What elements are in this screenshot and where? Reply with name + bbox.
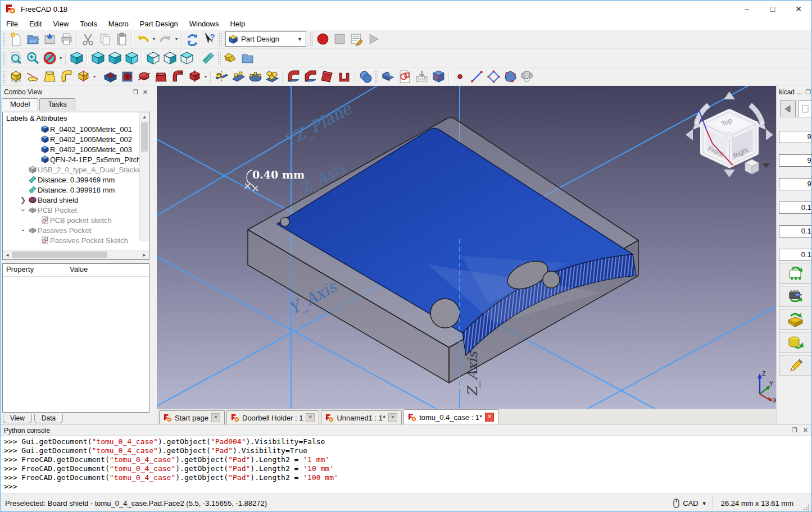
toolbar-grip[interactable] <box>3 52 6 65</box>
view-bottom-button[interactable] <box>161 50 178 67</box>
macro-record-button[interactable] <box>314 31 331 48</box>
tree-horizontal-scrollbar[interactable]: ◄ ► <box>3 250 149 259</box>
whats-this-button[interactable]: ? <box>201 31 217 48</box>
tree-item[interactable]: R_0402_1005Metric_001 <box>3 124 149 134</box>
menu-tools[interactable]: Tools <box>74 19 102 29</box>
model-tree[interactable]: Labels & Attributes R_0402_1005Metric_00… <box>2 112 149 260</box>
tree-item[interactable]: USB_2_0_type_A_Dual_Stacked_jac <box>3 164 149 175</box>
scroll-right-icon[interactable]: ► <box>140 253 149 258</box>
undo-dropdown[interactable]: ▾ <box>151 31 157 48</box>
menu-help[interactable]: Help <box>224 19 251 29</box>
macro-stop-button[interactable] <box>331 31 348 48</box>
view-top-button[interactable] <box>106 50 123 67</box>
hole-button[interactable] <box>119 68 135 85</box>
toolbar-grip[interactable] <box>219 33 222 46</box>
property-editor[interactable]: Property Value <box>2 263 149 413</box>
menu-part-design[interactable]: Part Design <box>134 19 184 29</box>
tree-item[interactable]: ⌄PCB Pocket <box>3 205 149 215</box>
create-sketch-button[interactable] <box>396 68 413 85</box>
document-tab[interactable]: Doorbell Holder : 1✕ <box>226 410 319 424</box>
toolbar-grip[interactable] <box>375 70 378 84</box>
datum-plane-button[interactable] <box>485 68 502 85</box>
close-tab-icon[interactable]: ✕ <box>211 413 220 422</box>
cut-button[interactable] <box>79 31 96 48</box>
kicad-value-field-3[interactable]: 90 <box>779 178 812 190</box>
kicad-value-field-2[interactable]: 90 <box>779 154 812 167</box>
additive-primitive-button[interactable] <box>75 68 92 85</box>
clone-button[interactable] <box>519 68 536 85</box>
polar-pattern-button[interactable] <box>247 68 264 85</box>
kicad-export-vrml-button[interactable] <box>779 332 812 353</box>
expander-expanded-icon[interactable]: ⌄ <box>19 225 28 233</box>
menu-view[interactable]: View <box>47 19 74 29</box>
kicad-value-field-6[interactable]: 0.10 <box>779 249 812 261</box>
revolution-button[interactable] <box>24 68 41 85</box>
tab-model[interactable]: Model <box>2 98 38 111</box>
navigation-style-selector[interactable]: CAD ▼ <box>668 499 712 508</box>
tree-vertical-scrollbar[interactable]: ▲ <box>139 112 149 241</box>
maximize-button[interactable]: □ <box>760 1 786 17</box>
map-sketch-button[interactable] <box>413 68 430 85</box>
document-tab[interactable]: Unnamed1 : 1*✕ <box>321 410 402 424</box>
subtractive-dropdown[interactable]: ▾ <box>203 68 208 85</box>
view-axonometric-button[interactable] <box>68 50 85 67</box>
datum-point-button[interactable] <box>451 68 468 85</box>
draft-button[interactable] <box>319 68 335 85</box>
part-utility-button[interactable] <box>222 50 239 67</box>
menu-edit[interactable]: Edit <box>24 19 47 29</box>
tree-item[interactable]: QFN-24-1EP_5x5mm_Pitch0.65 <box>3 154 149 164</box>
tree-item[interactable]: Passives Pocket Sketch <box>3 235 149 245</box>
zoom-button[interactable] <box>24 50 41 67</box>
chamfer-button[interactable] <box>302 68 319 85</box>
new-document-button[interactable] <box>7 31 24 48</box>
document-tab[interactable]: Start page✕ <box>159 410 225 424</box>
subtractive-primitive-button[interactable] <box>186 68 203 85</box>
minimize-button[interactable]: – <box>734 1 760 17</box>
kicad-value-field-5[interactable]: 0.10 <box>779 225 812 237</box>
view-right-button[interactable] <box>123 50 140 67</box>
shape-binder-button[interactable] <box>502 68 519 85</box>
macro-play-button[interactable] <box>365 31 382 48</box>
nav-mini-cube[interactable] <box>745 159 759 174</box>
tree-item[interactable]: ❯Board shield <box>3 195 149 205</box>
draw-style-button[interactable] <box>41 50 58 67</box>
scroll-up-icon[interactable]: ▲ <box>140 112 149 121</box>
3d-viewport[interactable]: YZ_Plane Z_Axis Y_Axis Z_Axis 0.40 mm <box>157 86 776 409</box>
group-folder-button[interactable] <box>239 50 256 67</box>
fillet-button[interactable] <box>285 68 302 85</box>
toolbar-grip[interactable] <box>3 33 6 46</box>
tree-item[interactable]: ⌄Passives Pocket <box>3 225 149 235</box>
save-button[interactable] <box>41 31 58 48</box>
redo-dropdown[interactable]: ▾ <box>174 31 179 48</box>
menu-macro[interactable]: Macro <box>103 19 134 29</box>
additive-dropdown[interactable]: ▾ <box>92 68 97 85</box>
open-document-button[interactable] <box>24 31 41 48</box>
datum-line-button[interactable] <box>468 68 485 85</box>
float-panel-icon[interactable]: ❐ <box>805 89 811 96</box>
subtractive-loft-button[interactable] <box>152 68 169 85</box>
resize-grip[interactable] <box>801 502 810 511</box>
kicad-edit-button[interactable] <box>779 355 812 376</box>
close-panel-icon[interactable]: ✕ <box>143 89 148 96</box>
additive-loft-button[interactable] <box>41 68 58 85</box>
paste-button[interactable] <box>113 31 130 48</box>
mirrored-button[interactable] <box>213 68 230 85</box>
toolbar-grip[interactable] <box>310 33 313 46</box>
multitransform-button[interactable] <box>264 68 280 85</box>
groove-button[interactable] <box>135 68 152 85</box>
pad-button[interactable] <box>7 68 24 85</box>
tree-item[interactable]: PCB pocket sketch <box>3 215 149 225</box>
kicad-export-module-button[interactable] <box>779 286 812 307</box>
draw-style-dropdown[interactable]: ▾ <box>58 50 63 67</box>
tree-item[interactable]: Distance: 0.399469 mm <box>3 175 149 185</box>
fit-all-button[interactable] <box>7 50 24 67</box>
menu-windows[interactable]: Windows <box>184 19 225 29</box>
menu-file[interactable]: File <box>1 19 24 29</box>
pocket-button[interactable] <box>102 68 119 85</box>
workbench-selector[interactable]: Part Design ▼ <box>225 31 306 47</box>
measure-distance-button[interactable] <box>199 50 216 67</box>
close-button[interactable]: ✕ <box>786 1 811 17</box>
kicad-page-button[interactable] <box>798 100 812 117</box>
undo-button[interactable] <box>134 31 151 48</box>
view-left-button[interactable] <box>178 50 195 67</box>
